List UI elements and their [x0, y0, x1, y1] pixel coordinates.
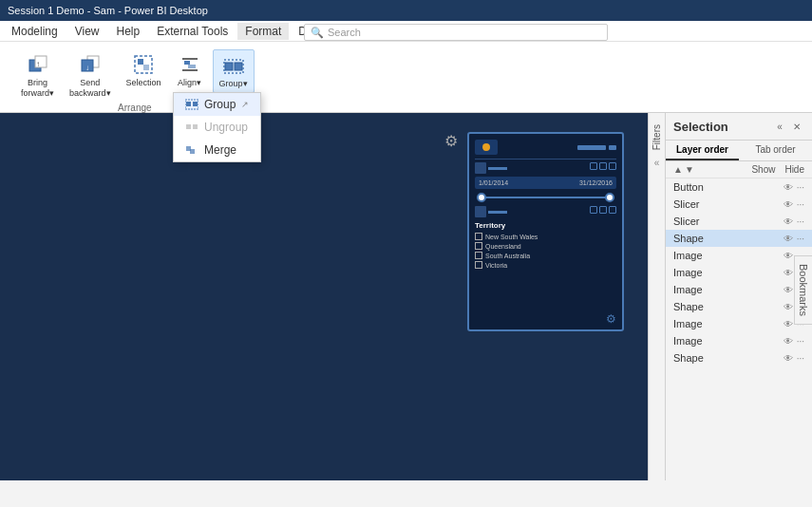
layer-item-3[interactable]: Shape 👁···: [666, 230, 812, 247]
eye-icon-10[interactable]: 👁: [784, 353, 793, 364]
bring-forward-button[interactable]: ↑ Bringforward▾: [15, 49, 60, 103]
send-backward-icon: ↓: [79, 53, 102, 76]
territory-label-4: Victoria: [485, 262, 507, 269]
dropdown-item-ungroup: Ungroup: [174, 116, 260, 139]
svg-rect-20: [186, 124, 191, 129]
layer-header: ▲ ▼ Show Hide: [666, 161, 812, 178]
dropdown-menu: Group ↗ Ungroup Merge: [173, 92, 261, 162]
svg-text:↓: ↓: [85, 64, 89, 72]
eye-icon-8[interactable]: 👁: [784, 319, 793, 329]
territory-item-3: South Australia: [475, 252, 616, 259]
group-icon: [222, 54, 245, 77]
layer-show-hide: Show Hide: [751, 164, 804, 175]
send-backward-button[interactable]: ↓ Sendbackward▾: [64, 49, 117, 103]
layer-item-0[interactable]: Button 👁···: [666, 178, 812, 196]
search-placeholder: Search: [328, 27, 361, 38]
group-label: Group▾: [219, 79, 248, 88]
layer-item-10[interactable]: Shape 👁···: [666, 349, 812, 366]
panel-close-btn[interactable]: ✕: [789, 119, 804, 134]
layer-name-6: Image: [673, 284, 784, 295]
eye-icon-7[interactable]: 👁: [784, 302, 793, 312]
tab-tab-order[interactable]: Tab order: [739, 141, 812, 160]
filters-panel[interactable]: Filters «: [648, 113, 665, 480]
menu-item-external-tools[interactable]: External Tools: [149, 23, 236, 40]
tab-layer-order[interactable]: Layer order: [666, 141, 739, 160]
dropdown-item-merge[interactable]: Merge: [174, 139, 260, 161]
more-icon-9[interactable]: ···: [797, 336, 804, 347]
menu-item-modeling[interactable]: Modeling: [4, 23, 66, 40]
ungroup-menu-icon: [185, 121, 198, 134]
layer-icons-3: 👁···: [784, 234, 804, 244]
filters-expand-icon[interactable]: «: [654, 158, 660, 168]
layer-name-10: Shape: [673, 352, 784, 364]
arrow-down[interactable]: ▼: [685, 164, 694, 175]
eye-icon-5[interactable]: 👁: [784, 268, 793, 278]
layer-item-4[interactable]: Image 👁···: [666, 247, 812, 264]
layer-name-0: Button: [673, 181, 784, 193]
eye-icon-0[interactable]: 👁: [784, 182, 793, 193]
menu-item-format[interactable]: Format: [237, 23, 289, 40]
panel-title: Selection: [673, 120, 728, 134]
territory-label-2: Queensland: [485, 243, 521, 250]
svg-rect-7: [138, 59, 143, 65]
align-button[interactable]: Align▾: [171, 49, 209, 91]
layer-item-9[interactable]: Image 👁···: [666, 332, 812, 349]
group-menu-icon: [185, 98, 198, 111]
more-icon-0[interactable]: ···: [797, 182, 804, 193]
eye-icon-6[interactable]: 👁: [784, 285, 793, 295]
menu-item-help[interactable]: Help: [109, 23, 148, 40]
panel-tabs: Layer order Tab order: [666, 141, 812, 161]
svg-rect-14: [235, 63, 242, 70]
more-icon-10[interactable]: ···: [797, 353, 804, 364]
more-icon-2[interactable]: ···: [797, 216, 804, 227]
layer-icons-10: 👁···: [784, 353, 804, 364]
canvas-area[interactable]: 1/01/2014 31/12/2016: [0, 113, 648, 480]
layer-name-5: Image: [673, 267, 784, 278]
align-icon: [179, 53, 201, 76]
filters-label[interactable]: Filters: [651, 124, 662, 150]
cursor-indicator: ↗: [241, 100, 249, 109]
ribbon-content: ↑ Bringforward▾ ↓ Sendbackward▾: [0, 42, 812, 112]
dropdown-item-group[interactable]: Group ↗: [174, 93, 260, 116]
bookmarks-tab[interactable]: Bookmarks: [794, 255, 812, 325]
date-to: 31/12/2016: [579, 179, 613, 186]
dropdown-group-label: Group: [204, 98, 236, 111]
filters-panel-inner: Filters «: [651, 113, 662, 480]
bring-forward-label: Bringforward▾: [21, 78, 54, 99]
canvas-visual-header: [475, 140, 616, 155]
eye-icon-1[interactable]: 👁: [784, 199, 793, 210]
layer-name-1: Slicer: [673, 198, 784, 210]
svg-rect-13: [225, 63, 233, 70]
show-label: Show: [751, 164, 775, 175]
layer-item-5[interactable]: Image 👁···: [666, 264, 812, 281]
group-button[interactable]: Group▾: [213, 49, 255, 93]
layer-name-9: Image: [673, 335, 784, 347]
layer-item-8[interactable]: Image 👁···: [666, 315, 812, 332]
more-icon-3[interactable]: ···: [797, 234, 804, 244]
eye-icon-9[interactable]: 👁: [784, 336, 793, 347]
arrow-up[interactable]: ▲: [673, 164, 683, 175]
layer-item-1[interactable]: Slicer 👁···: [666, 196, 812, 213]
more-icon-1[interactable]: ···: [797, 199, 804, 210]
canvas-settings-icon: ⚙: [606, 312, 616, 326]
canvas-territory: Territory New South Wales Queensland Sou…: [475, 221, 616, 269]
layer-item-2[interactable]: Slicer 👁···: [666, 213, 812, 230]
selection-button[interactable]: Selection: [121, 49, 167, 91]
canvas-adjust-icon: ⚙: [444, 132, 458, 150]
eye-icon-4[interactable]: 👁: [784, 251, 793, 261]
search-bar[interactable]: 🔍 Search: [304, 24, 608, 41]
bring-forward-icon: ↑: [27, 53, 49, 76]
territory-item-1: New South Wales: [475, 233, 616, 240]
dropdown-ungroup-label: Ungroup: [204, 121, 248, 134]
panel-controls: « ✕: [772, 119, 804, 134]
canvas-logo: [475, 140, 498, 155]
panel-collapse-btn[interactable]: «: [772, 119, 787, 134]
eye-icon-3[interactable]: 👁: [784, 234, 793, 244]
merge-menu-icon: [185, 143, 198, 157]
menu-item-view[interactable]: View: [67, 23, 107, 40]
layer-item-7[interactable]: Shape 👁···: [666, 298, 812, 315]
send-backward-label: Sendbackward▾: [69, 78, 111, 99]
svg-point-16: [482, 143, 490, 151]
eye-icon-2[interactable]: 👁: [784, 216, 793, 227]
layer-item-6[interactable]: Image 👁···: [666, 281, 812, 298]
